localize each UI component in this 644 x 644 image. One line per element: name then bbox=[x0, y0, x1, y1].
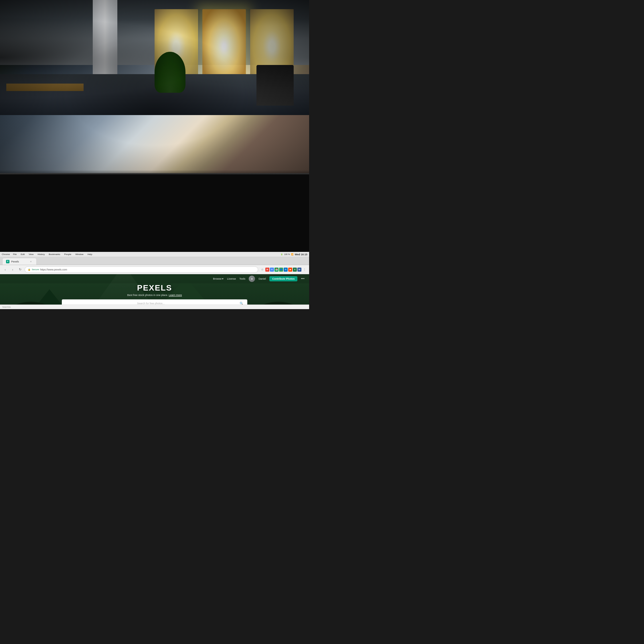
ext-icon-1[interactable]: M bbox=[265, 268, 269, 272]
background-photo bbox=[0, 0, 309, 185]
ext-icon-4[interactable]: 🔵 bbox=[279, 268, 283, 272]
tab-bar: P Pexels × bbox=[0, 257, 309, 265]
battery-icon: 🔋 bbox=[280, 253, 283, 256]
system-bar-left: Chrome File Edit View History Bookmarks … bbox=[2, 253, 93, 256]
pexels-hero: Browse ▾ License Tools D Daniel Contribu… bbox=[0, 274, 309, 305]
ext-icon-7[interactable]: X bbox=[293, 268, 297, 272]
contribute-photos-button[interactable]: Contribute Photos bbox=[269, 276, 298, 281]
menu-people[interactable]: People bbox=[63, 253, 72, 256]
menu-history[interactable]: History bbox=[37, 253, 46, 256]
secure-icon: 🔒 bbox=[28, 268, 31, 271]
menu-file[interactable]: File bbox=[12, 253, 17, 256]
pexels-tagline: Best free stock photos in one place. Lea… bbox=[62, 294, 247, 297]
pexels-user-avatar[interactable]: D bbox=[249, 276, 255, 282]
browser-status-bar: Searches bbox=[0, 305, 309, 309]
menu-window[interactable]: Window bbox=[74, 253, 84, 256]
extension-icons: M G 📅 🔵 O ▶ X W bbox=[265, 268, 301, 272]
pexels-search-bar[interactable]: Search for free photos... 🔍 bbox=[62, 299, 247, 305]
ext-icon-6[interactable]: ▶ bbox=[288, 268, 292, 272]
browser-window: Chrome File Edit View History Bookmarks … bbox=[0, 252, 309, 309]
secure-label: Secure bbox=[32, 268, 39, 271]
pexels-logo: PEXELS bbox=[62, 283, 247, 293]
app-name-label: Chrome bbox=[2, 253, 10, 256]
forward-button[interactable]: › bbox=[10, 267, 15, 272]
status-text: Searches bbox=[2, 306, 11, 308]
tab-favicon: P bbox=[6, 260, 9, 263]
toolbar-icons: ☆ M G 📅 🔵 O ▶ X W ⋮ bbox=[260, 267, 307, 272]
star-button[interactable]: ☆ bbox=[260, 267, 264, 272]
refresh-button[interactable]: ↻ bbox=[17, 267, 23, 272]
pexels-tools-link[interactable]: Tools bbox=[239, 277, 245, 280]
search-icon-button[interactable]: 🔍 bbox=[239, 301, 244, 305]
pexels-license-link[interactable]: License bbox=[227, 277, 236, 280]
pexels-website: Browse ▾ License Tools D Daniel Contribu… bbox=[0, 274, 309, 305]
browse-arrow-icon: ▾ bbox=[222, 277, 224, 280]
address-input[interactable]: 🔒 Secure https://www.pexels.com bbox=[25, 266, 258, 273]
ext-icon-8[interactable]: W bbox=[297, 268, 301, 272]
menu-edit[interactable]: Edit bbox=[20, 253, 25, 256]
ext-icon-3[interactable]: 📅 bbox=[274, 268, 278, 272]
tab-close-button[interactable]: × bbox=[29, 260, 33, 264]
back-button[interactable]: ‹ bbox=[2, 267, 8, 272]
ext-icon-5[interactable]: O bbox=[284, 268, 288, 272]
pexels-user-name[interactable]: Daniel bbox=[258, 277, 266, 280]
more-button[interactable]: ⋮ bbox=[302, 267, 307, 272]
menu-view[interactable]: View bbox=[28, 253, 34, 256]
search-placeholder: Search for free photos... bbox=[65, 302, 237, 305]
search-icon: 🔍 bbox=[240, 302, 244, 305]
pexels-navbar: Browse ▾ License Tools D Daniel Contribu… bbox=[0, 274, 309, 283]
pexels-more-button[interactable]: ••• bbox=[301, 277, 305, 281]
menu-bookmarks[interactable]: Bookmarks bbox=[48, 253, 61, 256]
pexels-browse-link[interactable]: Browse ▾ bbox=[213, 277, 224, 280]
browser-tab-pexels[interactable]: P Pexels × bbox=[2, 258, 37, 265]
screen-bezel bbox=[0, 173, 309, 175]
ext-icon-2[interactable]: G bbox=[270, 268, 274, 272]
time-display: Wed 16:15 bbox=[295, 253, 307, 256]
screen-area: Chrome File Edit View History Bookmarks … bbox=[0, 173, 309, 309]
url-display[interactable]: https://www.pexels.com bbox=[40, 268, 67, 271]
wifi-icon: 📶 bbox=[291, 253, 294, 256]
menu-help[interactable]: Help bbox=[87, 253, 93, 256]
tab-title: Pexels bbox=[11, 260, 19, 263]
battery-label: 100 % bbox=[284, 253, 290, 255]
system-bar-right: 🔋 100 % 📶 Wed 16:15 bbox=[280, 253, 307, 256]
bg-darkness-overlay bbox=[0, 0, 309, 115]
learn-more-link[interactable]: Learn more bbox=[169, 294, 182, 297]
user-initial: D bbox=[251, 278, 253, 280]
system-menu-bar: Chrome File Edit View History Bookmarks … bbox=[0, 252, 309, 257]
address-bar: ‹ › ↻ 🔒 Secure https://www.pexels.com ☆ … bbox=[0, 265, 309, 274]
pexels-hero-content: PEXELS Best free stock photos in one pla… bbox=[62, 283, 247, 305]
